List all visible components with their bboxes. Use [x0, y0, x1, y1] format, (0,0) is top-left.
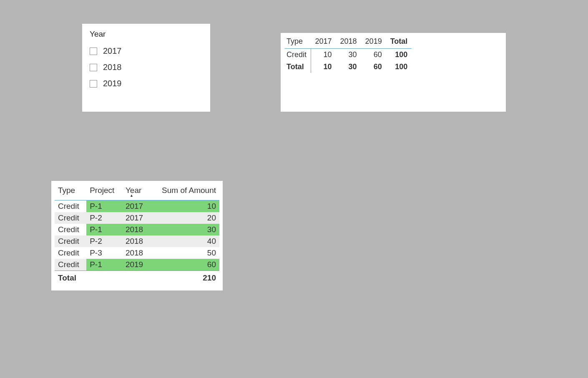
slicer-item-label: 2018 — [103, 63, 122, 72]
matrix-cell: 60 — [361, 49, 386, 61]
checkbox-icon[interactable] — [90, 48, 97, 55]
cell-year: 2017 — [122, 212, 150, 224]
cell-project: P-1 — [86, 224, 122, 235]
cell-amount: 10 — [150, 200, 219, 213]
slicer-item-label: 2019 — [103, 79, 122, 88]
col-header-project[interactable]: Project — [86, 183, 122, 200]
matrix-cell: 30 — [336, 49, 361, 61]
cell-type: Credit — [55, 235, 86, 247]
col-header-amount[interactable]: Sum of Amount — [150, 183, 219, 200]
matrix-total-cell: 10 — [311, 61, 336, 73]
year-slicer[interactable]: Year 2017 2018 2019 — [82, 24, 210, 112]
col-header-type[interactable]: Type — [55, 183, 86, 200]
col-header-year[interactable]: Year ▲ — [122, 183, 150, 200]
cell-type: Credit — [55, 212, 86, 224]
details-total-row: Total 210 — [55, 271, 219, 285]
matrix-row-header[interactable]: Type — [285, 35, 311, 49]
slicer-item-label: 2017 — [103, 46, 122, 56]
cell-amount: 30 — [150, 224, 219, 235]
matrix-row-total: 100 — [386, 49, 412, 61]
slicer-item[interactable]: 2018 — [90, 59, 203, 75]
matrix-row[interactable]: Credit 10 30 60 100 — [285, 49, 412, 61]
cell-year: 2018 — [122, 224, 150, 235]
cell-year: 2017 — [122, 200, 150, 213]
matrix-table: Type 2017 2018 2019 Total Credit 10 30 6… — [285, 35, 412, 73]
matrix-total-header[interactable]: Total — [386, 35, 412, 49]
matrix-cell: 10 — [311, 49, 336, 61]
details-table-visual[interactable]: Type Project Year ▲ Sum of Amount Credit… — [51, 181, 223, 290]
cell-amount: 20 — [150, 212, 219, 224]
cell-project: P-1 — [86, 200, 122, 213]
matrix-col-header[interactable]: 2017 — [311, 35, 336, 49]
checkbox-icon[interactable] — [90, 80, 97, 88]
cell-year: 2019 — [122, 259, 150, 271]
matrix-row-label: Credit — [285, 49, 311, 61]
cell-project: P-1 — [86, 259, 122, 271]
matrix-visual[interactable]: Type 2017 2018 2019 Total Credit 10 30 6… — [281, 33, 506, 112]
cell-project: P-3 — [86, 247, 122, 259]
matrix-col-header[interactable]: 2018 — [336, 35, 361, 49]
cell-project: P-2 — [86, 235, 122, 247]
cell-type: Credit — [55, 259, 86, 271]
cell-amount: 50 — [150, 247, 219, 259]
matrix-col-header[interactable]: 2019 — [361, 35, 386, 49]
slicer-item[interactable]: 2019 — [90, 75, 203, 92]
cell-amount: 60 — [150, 259, 219, 271]
table-row[interactable]: CreditP-2201840 — [55, 235, 219, 247]
details-total-value: 210 — [150, 271, 219, 285]
checkbox-icon[interactable] — [90, 64, 97, 71]
matrix-total-cell: 60 — [361, 61, 386, 73]
cell-year: 2018 — [122, 235, 150, 247]
table-row[interactable]: CreditP-3201850 — [55, 247, 219, 259]
matrix-total-label: Total — [285, 61, 311, 73]
matrix-total-row: Total 10 30 60 100 — [285, 61, 412, 73]
matrix-total-cell: 30 — [336, 61, 361, 73]
cell-amount: 40 — [150, 235, 219, 247]
slicer-title: Year — [90, 30, 203, 39]
cell-type: Credit — [55, 200, 86, 213]
cell-year: 2018 — [122, 247, 150, 259]
cell-type: Credit — [55, 247, 86, 259]
matrix-grand-total: 100 — [386, 61, 412, 73]
cell-type: Credit — [55, 224, 86, 235]
details-total-label: Total — [55, 271, 150, 285]
table-row[interactable]: CreditP-1201960 — [55, 259, 219, 271]
details-table: Type Project Year ▲ Sum of Amount Credit… — [55, 183, 219, 285]
slicer-item[interactable]: 2017 — [90, 43, 203, 59]
table-row[interactable]: CreditP-1201830 — [55, 224, 219, 235]
table-row[interactable]: CreditP-2201720 — [55, 212, 219, 224]
table-row[interactable]: CreditP-1201710 — [55, 200, 219, 213]
cell-project: P-2 — [86, 212, 122, 224]
